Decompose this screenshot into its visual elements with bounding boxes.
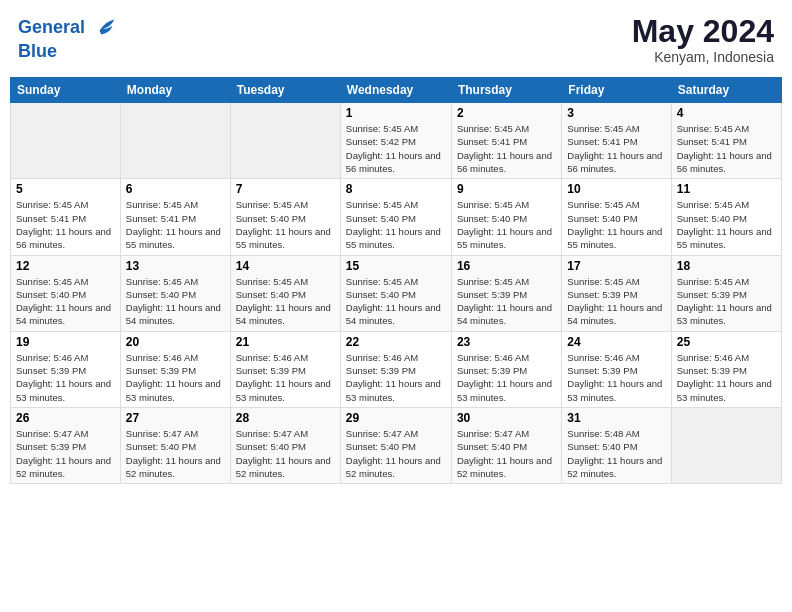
day-cell: 22Sunrise: 5:46 AM Sunset: 5:39 PM Dayli… xyxy=(340,331,451,407)
day-info: Sunrise: 5:46 AM Sunset: 5:39 PM Dayligh… xyxy=(457,351,556,404)
day-info: Sunrise: 5:45 AM Sunset: 5:41 PM Dayligh… xyxy=(16,198,115,251)
day-number: 16 xyxy=(457,259,556,273)
week-row-5: 26Sunrise: 5:47 AM Sunset: 5:39 PM Dayli… xyxy=(11,407,782,483)
location: Kenyam, Indonesia xyxy=(632,49,774,65)
day-cell: 17Sunrise: 5:45 AM Sunset: 5:39 PM Dayli… xyxy=(562,255,671,331)
day-info: Sunrise: 5:46 AM Sunset: 5:39 PM Dayligh… xyxy=(236,351,335,404)
day-number: 21 xyxy=(236,335,335,349)
day-cell: 2Sunrise: 5:45 AM Sunset: 5:41 PM Daylig… xyxy=(451,103,561,179)
day-cell: 20Sunrise: 5:46 AM Sunset: 5:39 PM Dayli… xyxy=(120,331,230,407)
week-row-1: 1Sunrise: 5:45 AM Sunset: 5:42 PM Daylig… xyxy=(11,103,782,179)
day-cell: 14Sunrise: 5:45 AM Sunset: 5:40 PM Dayli… xyxy=(230,255,340,331)
day-number: 20 xyxy=(126,335,225,349)
day-info: Sunrise: 5:45 AM Sunset: 5:40 PM Dayligh… xyxy=(457,198,556,251)
day-number: 3 xyxy=(567,106,665,120)
day-number: 23 xyxy=(457,335,556,349)
day-number: 28 xyxy=(236,411,335,425)
day-number: 6 xyxy=(126,182,225,196)
day-number: 1 xyxy=(346,106,446,120)
weekday-header-tuesday: Tuesday xyxy=(230,78,340,103)
day-cell: 21Sunrise: 5:46 AM Sunset: 5:39 PM Dayli… xyxy=(230,331,340,407)
day-number: 2 xyxy=(457,106,556,120)
weekday-header-saturday: Saturday xyxy=(671,78,781,103)
day-info: Sunrise: 5:45 AM Sunset: 5:42 PM Dayligh… xyxy=(346,122,446,175)
day-cell: 5Sunrise: 5:45 AM Sunset: 5:41 PM Daylig… xyxy=(11,179,121,255)
logo-text-blue: Blue xyxy=(18,42,120,62)
day-cell: 30Sunrise: 5:47 AM Sunset: 5:40 PM Dayli… xyxy=(451,407,561,483)
day-cell xyxy=(120,103,230,179)
day-cell: 31Sunrise: 5:48 AM Sunset: 5:40 PM Dayli… xyxy=(562,407,671,483)
weekday-header-wednesday: Wednesday xyxy=(340,78,451,103)
day-info: Sunrise: 5:45 AM Sunset: 5:41 PM Dayligh… xyxy=(457,122,556,175)
header-row: SundayMondayTuesdayWednesdayThursdayFrid… xyxy=(11,78,782,103)
day-cell: 10Sunrise: 5:45 AM Sunset: 5:40 PM Dayli… xyxy=(562,179,671,255)
day-number: 29 xyxy=(346,411,446,425)
day-cell: 25Sunrise: 5:46 AM Sunset: 5:39 PM Dayli… xyxy=(671,331,781,407)
weekday-header-thursday: Thursday xyxy=(451,78,561,103)
day-number: 30 xyxy=(457,411,556,425)
day-number: 5 xyxy=(16,182,115,196)
day-info: Sunrise: 5:46 AM Sunset: 5:39 PM Dayligh… xyxy=(346,351,446,404)
day-number: 18 xyxy=(677,259,776,273)
day-number: 31 xyxy=(567,411,665,425)
day-number: 24 xyxy=(567,335,665,349)
day-info: Sunrise: 5:45 AM Sunset: 5:40 PM Dayligh… xyxy=(16,275,115,328)
day-info: Sunrise: 5:45 AM Sunset: 5:40 PM Dayligh… xyxy=(567,198,665,251)
logo-text: General xyxy=(18,14,120,42)
week-row-3: 12Sunrise: 5:45 AM Sunset: 5:40 PM Dayli… xyxy=(11,255,782,331)
day-info: Sunrise: 5:47 AM Sunset: 5:40 PM Dayligh… xyxy=(457,427,556,480)
day-number: 25 xyxy=(677,335,776,349)
day-number: 26 xyxy=(16,411,115,425)
title-block: May 2024 Kenyam, Indonesia xyxy=(632,14,774,65)
day-info: Sunrise: 5:46 AM Sunset: 5:39 PM Dayligh… xyxy=(16,351,115,404)
day-cell: 29Sunrise: 5:47 AM Sunset: 5:40 PM Dayli… xyxy=(340,407,451,483)
day-cell: 1Sunrise: 5:45 AM Sunset: 5:42 PM Daylig… xyxy=(340,103,451,179)
day-cell xyxy=(671,407,781,483)
week-row-2: 5Sunrise: 5:45 AM Sunset: 5:41 PM Daylig… xyxy=(11,179,782,255)
day-cell: 7Sunrise: 5:45 AM Sunset: 5:40 PM Daylig… xyxy=(230,179,340,255)
day-info: Sunrise: 5:47 AM Sunset: 5:40 PM Dayligh… xyxy=(126,427,225,480)
day-info: Sunrise: 5:45 AM Sunset: 5:41 PM Dayligh… xyxy=(567,122,665,175)
day-cell: 28Sunrise: 5:47 AM Sunset: 5:40 PM Dayli… xyxy=(230,407,340,483)
calendar-table: SundayMondayTuesdayWednesdayThursdayFrid… xyxy=(10,77,782,484)
day-info: Sunrise: 5:45 AM Sunset: 5:39 PM Dayligh… xyxy=(567,275,665,328)
day-cell: 26Sunrise: 5:47 AM Sunset: 5:39 PM Dayli… xyxy=(11,407,121,483)
day-cell: 15Sunrise: 5:45 AM Sunset: 5:40 PM Dayli… xyxy=(340,255,451,331)
day-info: Sunrise: 5:45 AM Sunset: 5:39 PM Dayligh… xyxy=(677,275,776,328)
day-info: Sunrise: 5:45 AM Sunset: 5:40 PM Dayligh… xyxy=(126,275,225,328)
day-number: 11 xyxy=(677,182,776,196)
day-info: Sunrise: 5:45 AM Sunset: 5:39 PM Dayligh… xyxy=(457,275,556,328)
day-number: 13 xyxy=(126,259,225,273)
day-info: Sunrise: 5:45 AM Sunset: 5:40 PM Dayligh… xyxy=(346,198,446,251)
day-info: Sunrise: 5:46 AM Sunset: 5:39 PM Dayligh… xyxy=(126,351,225,404)
day-cell: 27Sunrise: 5:47 AM Sunset: 5:40 PM Dayli… xyxy=(120,407,230,483)
day-info: Sunrise: 5:45 AM Sunset: 5:40 PM Dayligh… xyxy=(236,275,335,328)
day-info: Sunrise: 5:47 AM Sunset: 5:40 PM Dayligh… xyxy=(236,427,335,480)
month-title: May 2024 xyxy=(632,14,774,49)
weekday-header-friday: Friday xyxy=(562,78,671,103)
page-header: General Blue May 2024 Kenyam, Indonesia xyxy=(10,10,782,69)
day-info: Sunrise: 5:46 AM Sunset: 5:39 PM Dayligh… xyxy=(677,351,776,404)
day-info: Sunrise: 5:45 AM Sunset: 5:40 PM Dayligh… xyxy=(346,275,446,328)
day-number: 8 xyxy=(346,182,446,196)
day-number: 14 xyxy=(236,259,335,273)
weekday-header-sunday: Sunday xyxy=(11,78,121,103)
day-number: 12 xyxy=(16,259,115,273)
day-cell: 24Sunrise: 5:46 AM Sunset: 5:39 PM Dayli… xyxy=(562,331,671,407)
day-cell: 9Sunrise: 5:45 AM Sunset: 5:40 PM Daylig… xyxy=(451,179,561,255)
day-cell: 8Sunrise: 5:45 AM Sunset: 5:40 PM Daylig… xyxy=(340,179,451,255)
weekday-header-monday: Monday xyxy=(120,78,230,103)
day-cell: 12Sunrise: 5:45 AM Sunset: 5:40 PM Dayli… xyxy=(11,255,121,331)
day-info: Sunrise: 5:47 AM Sunset: 5:39 PM Dayligh… xyxy=(16,427,115,480)
day-cell: 13Sunrise: 5:45 AM Sunset: 5:40 PM Dayli… xyxy=(120,255,230,331)
week-row-4: 19Sunrise: 5:46 AM Sunset: 5:39 PM Dayli… xyxy=(11,331,782,407)
day-cell: 16Sunrise: 5:45 AM Sunset: 5:39 PM Dayli… xyxy=(451,255,561,331)
day-info: Sunrise: 5:45 AM Sunset: 5:41 PM Dayligh… xyxy=(126,198,225,251)
day-cell xyxy=(230,103,340,179)
day-cell: 23Sunrise: 5:46 AM Sunset: 5:39 PM Dayli… xyxy=(451,331,561,407)
day-cell: 3Sunrise: 5:45 AM Sunset: 5:41 PM Daylig… xyxy=(562,103,671,179)
day-number: 22 xyxy=(346,335,446,349)
day-number: 9 xyxy=(457,182,556,196)
day-cell: 19Sunrise: 5:46 AM Sunset: 5:39 PM Dayli… xyxy=(11,331,121,407)
day-number: 4 xyxy=(677,106,776,120)
